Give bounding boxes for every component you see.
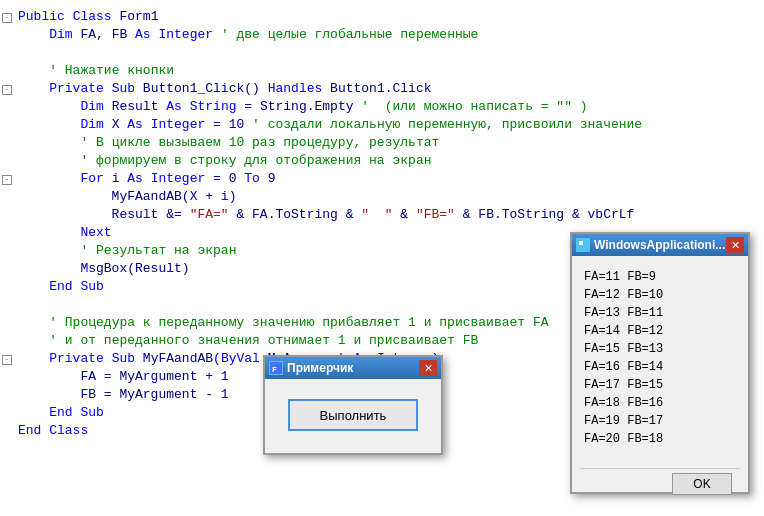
svg-rect-1 (579, 241, 583, 245)
results-dialog-titlebar[interactable]: WindowsApplicationi... ✕ (572, 234, 748, 256)
line-text-9: ' формируем в строку для отображения на … (18, 152, 431, 170)
code-line-4: ' Нажатие кнопки (0, 62, 764, 80)
collapse-icon-5[interactable]: - (2, 85, 12, 95)
result-line-6: FA=16 FB=14 (584, 358, 736, 376)
line-text-8: ' В цикле вызываем 10 раз процедуру, рез… (18, 134, 439, 152)
line-text-13: Next (18, 224, 112, 242)
result-line-5: FA=15 FB=13 (584, 340, 736, 358)
result-line-1: FA=11 FB=9 (584, 268, 736, 286)
app-title-area: F Примерчик (269, 361, 353, 375)
code-line-1: - Public Class Form1 (0, 8, 764, 26)
ok-button[interactable]: OK (672, 473, 732, 495)
collapse-icon-10[interactable]: - (2, 175, 12, 185)
result-line-7: FA=17 FB=15 (584, 376, 736, 394)
code-line-5: - Private Sub Button1_Click() Handles Bu… (0, 80, 764, 98)
results-close-button[interactable]: ✕ (726, 237, 744, 253)
result-line-8: FA=18 FB=16 (584, 394, 736, 412)
run-button[interactable]: Выполнить (288, 399, 418, 431)
results-dialog-title: WindowsApplicationi... (594, 238, 725, 252)
line-text-18: ' Процедура к переданному значению приба… (18, 314, 549, 332)
line-text-1: Public Class Form1 (18, 8, 158, 26)
app-dialog-body: Выполнить (265, 379, 441, 439)
app-dialog-title: Примерчик (287, 361, 353, 375)
code-line-7: Dim X As Integer = 10 ' создали локальну… (0, 116, 764, 134)
code-line-3 (0, 44, 764, 62)
app-small-icon: F (269, 361, 283, 375)
results-list: FA=11 FB=9 FA=12 FB=10 FA=13 FB=11 FA=14… (580, 264, 740, 464)
line-text-6: Dim Result As String = String.Empty ' (и… (18, 98, 588, 116)
line-text-11: MyFAandAB(X + i) (18, 188, 236, 206)
line-text-16: End Sub (18, 278, 104, 296)
line-text-22: FB = MyArgument - 1 (18, 386, 229, 404)
app-close-button[interactable]: ✕ (419, 360, 437, 376)
line-text-21: FA = MyArgument + 1 (18, 368, 229, 386)
gutter-20[interactable]: - (0, 355, 14, 365)
results-dialog-body: FA=11 FB=9 FA=12 FB=10 FA=13 FB=11 FA=14… (572, 256, 748, 507)
line-text-5: Private Sub Button1_Click() Handles Butt… (18, 80, 432, 98)
line-text-12: Result &= "FA=" & FA.ToString & " " & "F… (18, 206, 634, 224)
app-dialog: F Примерчик ✕ Выполнить (263, 355, 443, 455)
result-line-10: FA=20 FB=18 (584, 430, 736, 448)
results-title-area: WindowsApplicationi... (576, 238, 725, 252)
results-dialog: WindowsApplicationi... ✕ FA=11 FB=9 FA=1… (570, 232, 750, 494)
line-text-15: MsgBox(Result) (18, 260, 190, 278)
code-line-9: ' формируем в строку для отображения на … (0, 152, 764, 170)
app-dialog-titlebar[interactable]: F Примерчик ✕ (265, 357, 441, 379)
line-text-2: Dim FA, FB As Integer ' две целые глобал… (18, 26, 478, 44)
gutter-5[interactable]: - (0, 85, 14, 95)
collapse-icon-1[interactable]: - (2, 13, 12, 23)
gutter-10[interactable]: - (0, 175, 14, 185)
code-line-11: MyFAandAB(X + i) (0, 188, 764, 206)
code-line-2: Dim FA, FB As Integer ' две целые глобал… (0, 26, 764, 44)
line-text-10: For i As Integer = 0 To 9 (18, 170, 276, 188)
svg-text:F: F (272, 365, 277, 374)
code-line-6: Dim Result As String = String.Empty ' (и… (0, 98, 764, 116)
line-text-14: ' Результат на экран (18, 242, 236, 260)
line-text-4: ' Нажатие кнопки (18, 62, 174, 80)
collapse-icon-20[interactable]: - (2, 355, 12, 365)
result-line-3: FA=13 FB=11 (584, 304, 736, 322)
gutter-1[interactable]: - (0, 13, 14, 23)
code-line-8: ' В цикле вызываем 10 раз процедуру, рез… (0, 134, 764, 152)
app-icon (576, 238, 590, 252)
line-text-19: ' и от переданного значения отнимает 1 и… (18, 332, 478, 350)
line-text-24: End Class (18, 422, 88, 440)
line-text-23: End Sub (18, 404, 104, 422)
result-line-4: FA=14 FB=12 (584, 322, 736, 340)
code-line-10: - For i As Integer = 0 To 9 (0, 170, 764, 188)
code-line-12: Result &= "FA=" & FA.ToString & " " & "F… (0, 206, 764, 224)
line-text-3 (18, 44, 26, 62)
line-text-7: Dim X As Integer = 10 ' создали локальну… (18, 116, 642, 134)
ok-bar: OK (580, 468, 740, 499)
result-line-9: FA=19 FB=17 (584, 412, 736, 430)
line-text-17 (18, 296, 26, 314)
result-line-2: FA=12 FB=10 (584, 286, 736, 304)
